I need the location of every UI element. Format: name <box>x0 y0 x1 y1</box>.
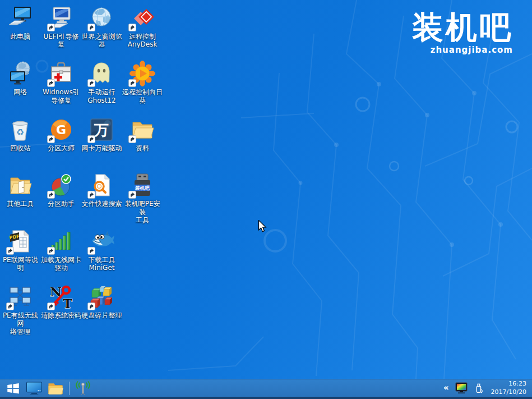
desktop-icon-row: 其他工具分区助手文件快速搜索装机吧装机吧PE安装 工具 <box>0 171 163 226</box>
desktop-icon-partition-assistant[interactable]: 分区助手 <box>41 171 82 226</box>
desktop-icon-network[interactable]: 网络 <box>0 59 41 114</box>
desktop-icon-world-window-browser[interactable]: 世界之窗浏览 器 <box>81 3 122 59</box>
file-search-icon <box>89 172 114 198</box>
usb-device-icon[interactable] <box>474 382 484 395</box>
desktop-icon-row: ♻回收站G分区大师万网卡万能驱动资料 <box>0 115 163 171</box>
desktop-icon-row: PDFPE联网等说明加载无线网卡 驱动下载工具 MiniGet <box>0 227 163 282</box>
desktop-icon-ghost12-manual-run[interactable]: 手动运行 Ghost12 <box>81 59 122 114</box>
pc-icon <box>7 5 33 31</box>
brand-watermark: 装机吧 zhuangjiba.com <box>412 11 513 55</box>
desktop-icon-clear-system-password[interactable]: NT清除系统密码 <box>41 282 82 338</box>
desktop-icon-recycle-bin[interactable]: ♻回收站 <box>0 115 41 171</box>
desktop-icon-uefi-boot-repair[interactable]: UEFI引导修复 <box>41 3 82 59</box>
shortcut-arrow-icon <box>6 302 14 310</box>
desktop-icon-label: 硬盘碎片整理 <box>81 311 122 319</box>
desktop-icon-anydesk-remote[interactable]: 远程控制 AnyDesk <box>122 3 163 59</box>
usb-icon: 装机吧 <box>129 172 155 198</box>
desktop-icon-windows-boot-repair[interactable]: Widnows引 导修复 <box>41 59 82 114</box>
shark-icon <box>89 228 114 254</box>
shortcut-arrow-icon <box>6 247 14 255</box>
shortcut-arrow-icon <box>87 24 95 31</box>
desktop-icon-pe-network-readme[interactable]: PDFPE联网等说明 <box>0 227 41 282</box>
desktop-icon-other-tools[interactable]: 其他工具 <box>0 171 41 226</box>
clock-time: 16:23 <box>491 380 526 388</box>
brand-domain: zhuangjiba.com <box>412 45 513 55</box>
desktop-icon-disk-defrag[interactable]: 硬盘碎片整理 <box>81 282 122 338</box>
desktop-icon-row: PE有线无线网 络管理NT清除系统密码硬盘碎片整理 <box>0 282 163 338</box>
taskbar-separator <box>69 382 70 395</box>
desktop-icon-row: 此电脑UEFI引导修复世界之窗浏览 器远程控制 AnyDesk <box>0 3 163 59</box>
clock-date: 2017/10/20 <box>491 388 526 396</box>
tray-expand-chevron-icon[interactable]: « <box>443 384 449 392</box>
svg-text:万: 万 <box>94 122 109 139</box>
taskbar-show-desktop-button[interactable] <box>24 379 45 397</box>
diskgenius-icon: G <box>48 117 74 143</box>
desktop-icon-this-pc[interactable]: 此电脑 <box>0 3 41 59</box>
desktop-icon-partition-master[interactable]: G分区大师 <box>41 115 82 171</box>
desktop-icon-pe-network-manager[interactable]: PE有线无线网 络管理 <box>0 282 41 338</box>
desktop-icon-label: 世界之窗浏览 器 <box>81 33 122 49</box>
desktop-icon-label: 其他工具 <box>7 200 34 208</box>
anydesk-icon <box>129 5 155 31</box>
folder-icon <box>129 117 155 143</box>
taskbar-file-explorer-button[interactable] <box>45 379 66 397</box>
shortcut-arrow-icon <box>87 247 95 255</box>
pdf-icon: PDF <box>7 228 33 254</box>
sunflower-icon <box>129 61 155 86</box>
desktop-icon-label: PE联网等说明 <box>0 256 41 272</box>
topology-icon <box>7 284 33 310</box>
desktop-icon-label: 文件快速搜索 <box>81 200 122 208</box>
shortcut-arrow-icon <box>47 191 55 199</box>
desktop-icon-universal-nic-driver[interactable]: 万网卡万能驱动 <box>81 115 122 171</box>
signal-icon <box>48 228 74 254</box>
recycle-bin-icon: ♻ <box>7 117 33 143</box>
network-icon <box>7 61 33 86</box>
desktop-icon-label: 网卡万能驱动 <box>81 144 122 152</box>
desktop-icon-row: 网络Widnows引 导修复手动运行 Ghost12远程控制向日 葵 <box>0 59 163 114</box>
shortcut-arrow-icon <box>128 135 136 143</box>
desktop-icon-quick-file-search[interactable]: 文件快速搜索 <box>81 171 122 226</box>
desktop-icon-label: 清除系统密码 <box>41 311 81 319</box>
shortcut-arrow-icon <box>47 247 55 255</box>
desktop-icon-label: 远程控制向日 葵 <box>122 88 163 104</box>
desktop-icon-grid: 此电脑UEFI引导修复世界之窗浏览 器远程控制 AnyDesk网络Widnows… <box>0 3 163 338</box>
desktop-icon-label: Widnows引 导修复 <box>43 88 80 104</box>
taskbar-clock[interactable]: 16:23 2017/10/20 <box>491 380 526 396</box>
start-button[interactable] <box>2 379 24 397</box>
desktop: 装机吧 zhuangjiba.com 此电脑UEFI引导修复世界之窗浏览 器远程… <box>0 0 532 399</box>
toolbox-icon <box>48 61 74 86</box>
shortcut-arrow-icon <box>47 24 55 31</box>
desktop-icon-wireless-driver-loader[interactable]: 加载无线网卡 驱动 <box>41 227 82 282</box>
folder-door-icon <box>7 172 33 198</box>
folder-explorer-icon <box>47 381 64 395</box>
brand-title: 装机吧 <box>412 11 513 44</box>
display-settings-icon[interactable] <box>455 382 468 394</box>
wireless-antenna-icon <box>75 380 91 396</box>
desktop-icon-label: 网络 <box>13 88 27 96</box>
desktop-icon-label: 分区助手 <box>48 200 75 208</box>
wan-icon: 万 <box>89 117 114 143</box>
desktop-monitor-icon <box>26 381 43 395</box>
desktop-icon-label: 装机吧PE安装 工具 <box>122 200 163 224</box>
desktop-icon-sunflower-remote[interactable]: 远程控制向日 葵 <box>122 59 163 114</box>
desktop-icon-label: 资料 <box>136 144 149 152</box>
shortcut-arrow-icon <box>128 79 136 87</box>
desktop-icon-label: UEFI引导修复 <box>41 33 82 49</box>
shortcut-arrow-icon <box>47 302 55 310</box>
system-tray: « <box>443 380 526 396</box>
desktop-icon-label: 回收站 <box>10 144 30 152</box>
desktop-icon-zhuangjiba-pe-installer[interactable]: 装机吧装机吧PE安装 工具 <box>122 171 163 226</box>
shortcut-arrow-icon <box>87 79 95 87</box>
desktop-icon-data-folder[interactable]: 资料 <box>122 115 163 171</box>
desktop-icon-label: 加载无线网卡 驱动 <box>41 256 81 272</box>
desktop-computer-icon <box>48 5 74 31</box>
shortcut-arrow-icon <box>87 135 95 143</box>
desktop-icon-miniget-downloader[interactable]: 下载工具 MiniGet <box>81 227 122 282</box>
taskbar-wireless-network-button[interactable] <box>72 379 94 397</box>
desktop-icon-label: 手动运行 Ghost12 <box>87 88 115 104</box>
taskbar: « <box>0 379 532 399</box>
shortcut-arrow-icon <box>87 191 95 199</box>
mouse-cursor <box>258 220 267 232</box>
desktop-icon-label: 远程控制 AnyDesk <box>128 33 158 49</box>
ghost-icon <box>89 61 114 86</box>
